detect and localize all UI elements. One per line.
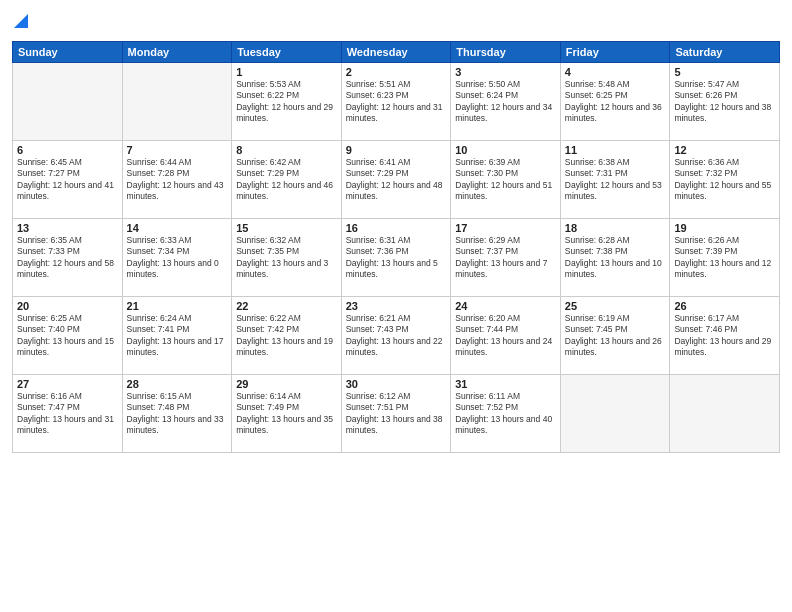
day-number: 4 — [565, 66, 666, 78]
cell-info: Sunrise: 6:25 AMSunset: 7:40 PMDaylight:… — [17, 313, 118, 359]
calendar-cell: 26Sunrise: 6:17 AMSunset: 7:46 PMDayligh… — [670, 296, 780, 374]
week-row-1: 1Sunrise: 5:53 AMSunset: 6:22 PMDaylight… — [13, 62, 780, 140]
cell-info: Sunrise: 6:16 AMSunset: 7:47 PMDaylight:… — [17, 391, 118, 437]
calendar-cell: 13Sunrise: 6:35 AMSunset: 7:33 PMDayligh… — [13, 218, 123, 296]
calendar-cell: 1Sunrise: 5:53 AMSunset: 6:22 PMDaylight… — [232, 62, 342, 140]
calendar-cell: 10Sunrise: 6:39 AMSunset: 7:30 PMDayligh… — [451, 140, 561, 218]
calendar-cell: 21Sunrise: 6:24 AMSunset: 7:41 PMDayligh… — [122, 296, 232, 374]
day-number: 26 — [674, 300, 775, 312]
cell-info: Sunrise: 6:20 AMSunset: 7:44 PMDaylight:… — [455, 313, 556, 359]
calendar-cell: 22Sunrise: 6:22 AMSunset: 7:42 PMDayligh… — [232, 296, 342, 374]
day-number: 11 — [565, 144, 666, 156]
calendar-cell: 23Sunrise: 6:21 AMSunset: 7:43 PMDayligh… — [341, 296, 451, 374]
calendar-cell: 25Sunrise: 6:19 AMSunset: 7:45 PMDayligh… — [560, 296, 670, 374]
calendar-cell: 15Sunrise: 6:32 AMSunset: 7:35 PMDayligh… — [232, 218, 342, 296]
day-number: 9 — [346, 144, 447, 156]
day-number: 28 — [127, 378, 228, 390]
day-number: 30 — [346, 378, 447, 390]
calendar-cell: 24Sunrise: 6:20 AMSunset: 7:44 PMDayligh… — [451, 296, 561, 374]
cell-info: Sunrise: 6:41 AMSunset: 7:29 PMDaylight:… — [346, 157, 447, 203]
cell-info: Sunrise: 6:29 AMSunset: 7:37 PMDaylight:… — [455, 235, 556, 281]
col-header-saturday: Saturday — [670, 41, 780, 62]
cell-info: Sunrise: 6:42 AMSunset: 7:29 PMDaylight:… — [236, 157, 337, 203]
calendar-cell: 3Sunrise: 5:50 AMSunset: 6:24 PMDaylight… — [451, 62, 561, 140]
calendar-cell — [670, 374, 780, 452]
calendar-cell: 8Sunrise: 6:42 AMSunset: 7:29 PMDaylight… — [232, 140, 342, 218]
cell-info: Sunrise: 5:48 AMSunset: 6:25 PMDaylight:… — [565, 79, 666, 125]
calendar-cell — [13, 62, 123, 140]
header-row: SundayMondayTuesdayWednesdayThursdayFrid… — [13, 41, 780, 62]
cell-info: Sunrise: 6:45 AMSunset: 7:27 PMDaylight:… — [17, 157, 118, 203]
day-number: 1 — [236, 66, 337, 78]
day-number: 6 — [17, 144, 118, 156]
cell-info: Sunrise: 6:21 AMSunset: 7:43 PMDaylight:… — [346, 313, 447, 359]
cell-info: Sunrise: 6:14 AMSunset: 7:49 PMDaylight:… — [236, 391, 337, 437]
day-number: 13 — [17, 222, 118, 234]
calendar-cell: 4Sunrise: 5:48 AMSunset: 6:25 PMDaylight… — [560, 62, 670, 140]
day-number: 23 — [346, 300, 447, 312]
week-row-4: 20Sunrise: 6:25 AMSunset: 7:40 PMDayligh… — [13, 296, 780, 374]
logo — [12, 10, 28, 33]
cell-info: Sunrise: 6:26 AMSunset: 7:39 PMDaylight:… — [674, 235, 775, 281]
cell-info: Sunrise: 6:28 AMSunset: 7:38 PMDaylight:… — [565, 235, 666, 281]
day-number: 22 — [236, 300, 337, 312]
cell-info: Sunrise: 6:39 AMSunset: 7:30 PMDaylight:… — [455, 157, 556, 203]
cell-info: Sunrise: 6:11 AMSunset: 7:52 PMDaylight:… — [455, 391, 556, 437]
calendar-cell: 12Sunrise: 6:36 AMSunset: 7:32 PMDayligh… — [670, 140, 780, 218]
day-number: 20 — [17, 300, 118, 312]
cell-info: Sunrise: 5:50 AMSunset: 6:24 PMDaylight:… — [455, 79, 556, 125]
col-header-tuesday: Tuesday — [232, 41, 342, 62]
week-row-3: 13Sunrise: 6:35 AMSunset: 7:33 PMDayligh… — [13, 218, 780, 296]
day-number: 27 — [17, 378, 118, 390]
cell-info: Sunrise: 5:47 AMSunset: 6:26 PMDaylight:… — [674, 79, 775, 125]
day-number: 21 — [127, 300, 228, 312]
calendar-cell: 14Sunrise: 6:33 AMSunset: 7:34 PMDayligh… — [122, 218, 232, 296]
calendar-cell: 30Sunrise: 6:12 AMSunset: 7:51 PMDayligh… — [341, 374, 451, 452]
col-header-wednesday: Wednesday — [341, 41, 451, 62]
day-number: 24 — [455, 300, 556, 312]
calendar-cell: 31Sunrise: 6:11 AMSunset: 7:52 PMDayligh… — [451, 374, 561, 452]
day-number: 12 — [674, 144, 775, 156]
calendar-cell: 5Sunrise: 5:47 AMSunset: 6:26 PMDaylight… — [670, 62, 780, 140]
day-number: 29 — [236, 378, 337, 390]
calendar-cell: 28Sunrise: 6:15 AMSunset: 7:48 PMDayligh… — [122, 374, 232, 452]
day-number: 25 — [565, 300, 666, 312]
day-number: 31 — [455, 378, 556, 390]
day-number: 15 — [236, 222, 337, 234]
logo-icon — [14, 10, 28, 33]
cell-info: Sunrise: 6:35 AMSunset: 7:33 PMDaylight:… — [17, 235, 118, 281]
cell-info: Sunrise: 6:31 AMSunset: 7:36 PMDaylight:… — [346, 235, 447, 281]
calendar-cell: 19Sunrise: 6:26 AMSunset: 7:39 PMDayligh… — [670, 218, 780, 296]
day-number: 14 — [127, 222, 228, 234]
calendar-cell: 27Sunrise: 6:16 AMSunset: 7:47 PMDayligh… — [13, 374, 123, 452]
day-number: 19 — [674, 222, 775, 234]
cell-info: Sunrise: 6:17 AMSunset: 7:46 PMDaylight:… — [674, 313, 775, 359]
day-number: 17 — [455, 222, 556, 234]
svg-marker-0 — [14, 14, 28, 28]
header — [12, 10, 780, 33]
calendar-cell: 17Sunrise: 6:29 AMSunset: 7:37 PMDayligh… — [451, 218, 561, 296]
calendar-cell: 7Sunrise: 6:44 AMSunset: 7:28 PMDaylight… — [122, 140, 232, 218]
cell-info: Sunrise: 6:22 AMSunset: 7:42 PMDaylight:… — [236, 313, 337, 359]
calendar-cell: 11Sunrise: 6:38 AMSunset: 7:31 PMDayligh… — [560, 140, 670, 218]
calendar-cell: 18Sunrise: 6:28 AMSunset: 7:38 PMDayligh… — [560, 218, 670, 296]
day-number: 10 — [455, 144, 556, 156]
cell-info: Sunrise: 5:51 AMSunset: 6:23 PMDaylight:… — [346, 79, 447, 125]
col-header-monday: Monday — [122, 41, 232, 62]
day-number: 16 — [346, 222, 447, 234]
cell-info: Sunrise: 6:32 AMSunset: 7:35 PMDaylight:… — [236, 235, 337, 281]
cell-info: Sunrise: 6:44 AMSunset: 7:28 PMDaylight:… — [127, 157, 228, 203]
cell-info: Sunrise: 6:36 AMSunset: 7:32 PMDaylight:… — [674, 157, 775, 203]
day-number: 18 — [565, 222, 666, 234]
day-number: 2 — [346, 66, 447, 78]
col-header-friday: Friday — [560, 41, 670, 62]
cell-info: Sunrise: 6:12 AMSunset: 7:51 PMDaylight:… — [346, 391, 447, 437]
day-number: 5 — [674, 66, 775, 78]
calendar-table: SundayMondayTuesdayWednesdayThursdayFrid… — [12, 41, 780, 453]
calendar-cell: 9Sunrise: 6:41 AMSunset: 7:29 PMDaylight… — [341, 140, 451, 218]
calendar-cell: 2Sunrise: 5:51 AMSunset: 6:23 PMDaylight… — [341, 62, 451, 140]
day-number: 8 — [236, 144, 337, 156]
day-number: 3 — [455, 66, 556, 78]
cell-info: Sunrise: 6:15 AMSunset: 7:48 PMDaylight:… — [127, 391, 228, 437]
cell-info: Sunrise: 6:33 AMSunset: 7:34 PMDaylight:… — [127, 235, 228, 281]
